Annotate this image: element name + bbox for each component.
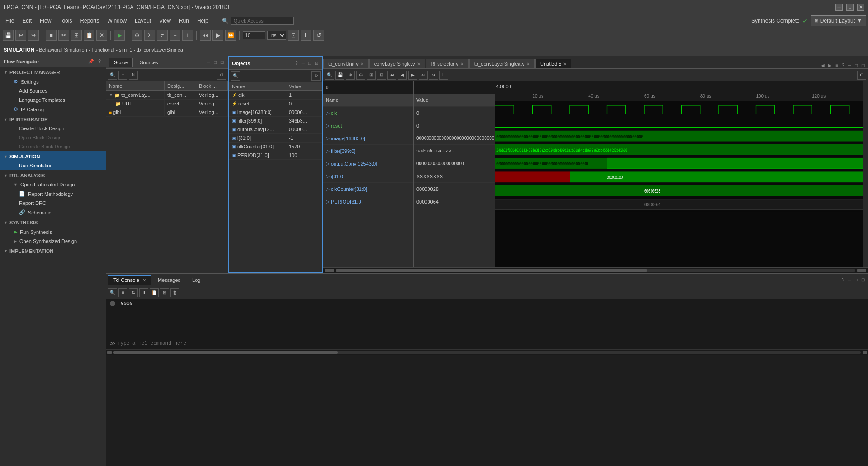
section-simulation-title[interactable]: ▼ SIMULATION [0, 151, 106, 161]
set-time-button[interactable]: ⊡ [288, 30, 299, 41]
stop-button[interactable]: ■ [46, 30, 57, 41]
console-expand-button[interactable]: ⇅ [129, 288, 138, 297]
wave-prev-button[interactable]: ◀ [398, 71, 407, 80]
menu-view[interactable]: View [156, 16, 175, 26]
section-rtl-analysis-title[interactable]: ▼ RTL ANALYSIS [0, 170, 106, 180]
nav-report-drc[interactable]: Report DRC [0, 199, 106, 208]
nav-run-synthesis[interactable]: ▶ Run Synthesis [0, 227, 106, 237]
wave-undo-button[interactable]: ↩ [419, 71, 428, 80]
objects-maximize-icon[interactable]: ⊡ [313, 60, 320, 66]
wave-zoom-out-button[interactable]: ⊖ [356, 71, 365, 80]
tab-tb-convunit[interactable]: tb_convUnit.v ✕ [323, 59, 369, 68]
pause-button[interactable]: ⏸ [301, 30, 311, 41]
console-table-button[interactable]: ⊞ [160, 288, 169, 297]
menu-tools[interactable]: Tools [56, 16, 75, 26]
close-button[interactable]: ✕ [857, 4, 864, 11]
nav-add-sources[interactable]: Add Sources [0, 86, 106, 95]
list-item[interactable]: ⚡ clk 1 [229, 91, 322, 100]
nav-language-templates[interactable]: Language Templates [0, 95, 106, 105]
section-project-manager-title[interactable]: ▼ PROJECT MANAGER [0, 67, 106, 77]
tab-scope[interactable]: Scope [109, 58, 133, 67]
section-synthesis-title[interactable]: ▼ SYNTHESIS [0, 217, 106, 227]
list-item[interactable]: ▣ PERIOD[31:0] 100 [229, 151, 322, 160]
tab-close-icon-4[interactable]: ✕ [563, 62, 566, 67]
menu-edit[interactable]: Edit [19, 16, 35, 26]
undo-button[interactable]: ↩ [15, 30, 26, 41]
wave-scroll-left-icon[interactable]: ◀ [820, 62, 826, 68]
tab-tcl-console[interactable]: Tcl Console ✕ [108, 275, 151, 285]
wave-zoom-sel-button[interactable]: ⊟ [377, 71, 386, 80]
console-scrollbar[interactable] [106, 349, 868, 355]
tcl-input[interactable] [118, 341, 864, 346]
scope-maximize-icon[interactable]: ⊡ [219, 59, 225, 65]
nav-open-synthesized-design[interactable]: ▶ Open Synthesized Design [0, 237, 106, 246]
advance-button[interactable]: ⏩ [225, 30, 236, 41]
delete-button[interactable]: ✕ [96, 30, 107, 41]
wave-marker-button[interactable]: ⊢ [439, 71, 448, 80]
play-button[interactable]: ▶ [212, 30, 223, 41]
menu-file[interactable]: File [2, 16, 18, 26]
console-scroll-right[interactable] [863, 351, 867, 354]
console-float-icon[interactable]: □ [854, 277, 859, 283]
scope-collapse-button[interactable]: ≡ [118, 71, 127, 80]
wave-float-icon[interactable]: □ [854, 62, 859, 68]
cut-button[interactable]: ✂ [58, 30, 69, 41]
minimize-button[interactable]: ─ [835, 4, 843, 11]
redo-button[interactable]: ↪ [28, 30, 39, 41]
scope-minimize-icon[interactable]: ─ [206, 59, 212, 65]
table-row[interactable]: ■ glbl glbl Verilog... [106, 108, 228, 117]
tab-close-icon-2[interactable]: ✕ [460, 62, 464, 67]
menu-run[interactable]: Run [175, 16, 193, 26]
objects-question-icon[interactable]: ? [294, 60, 299, 66]
objects-search-button[interactable]: 🔍 [231, 71, 240, 81]
objects-settings-icon[interactable]: ⚙ [311, 71, 321, 81]
list-item[interactable]: ▣ clkCounter[31:0] 1570 [229, 143, 322, 151]
wave-canvas[interactable]: 4.0000 20 us 40 us 60 us 80 us 100 us 12… [495, 81, 868, 267]
wave-signal-i-name[interactable]: ▷ i[31:0] [323, 170, 413, 183]
menu-reports[interactable]: Reports [76, 16, 103, 26]
wave-next-button[interactable]: ▶ [408, 71, 417, 80]
wave-signal-output-name[interactable]: ▷ outputConv[12543:0] [323, 157, 413, 170]
time-unit-select[interactable]: ns us ps [267, 31, 286, 40]
wave-scroll-thumb[interactable] [336, 269, 647, 272]
console-maximize-icon[interactable]: ⊡ [860, 277, 866, 283]
tab-close-icon-1[interactable]: ✕ [417, 62, 420, 67]
paste-button[interactable]: 📋 [84, 30, 94, 41]
title-controls[interactable]: ─ □ ✕ [835, 4, 864, 11]
wave-button[interactable]: ⊛ [132, 30, 142, 41]
console-scroll-thumb[interactable] [113, 351, 338, 354]
wave-zoom-in-button[interactable]: ⊕ [346, 71, 355, 80]
plus-button[interactable]: + [182, 30, 193, 41]
wave-signal-clk-name[interactable]: ▷ clk [323, 107, 413, 119]
list-item[interactable]: ▣ outputConv[12... 00000... [229, 125, 322, 134]
wave-list-icon[interactable]: ≡ [834, 62, 840, 68]
minus-button[interactable]: − [170, 30, 180, 41]
nav-help-icon[interactable]: ? [97, 58, 102, 64]
wave-signal-period-name[interactable]: ▷ PERIOD[31:0] [323, 195, 413, 208]
row1-expand-icon[interactable]: ▼ [109, 93, 113, 97]
nav-ip-catalog[interactable]: ⚙ IP Catalog [0, 105, 106, 114]
tab-untitled5[interactable]: Untitled 5 ✕ [535, 59, 571, 68]
wave-question-icon[interactable]: ? [840, 62, 846, 68]
scope-expand-button[interactable]: ⇅ [129, 71, 138, 80]
console-search-button[interactable]: 🔍 [108, 288, 117, 297]
console-scroll-left[interactable] [107, 351, 112, 354]
tab-sources[interactable]: Sources [135, 58, 163, 67]
console-minimize-icon[interactable]: ─ [847, 277, 853, 283]
first-button[interactable]: ⏮ [200, 30, 211, 41]
menu-help[interactable]: Help [193, 16, 212, 26]
table-row[interactable]: 📁 UUT convL... Verilog... [106, 100, 228, 108]
wave-fit-button[interactable]: ⊞ [367, 71, 376, 80]
run-button[interactable]: ▶ [114, 30, 125, 41]
quick-access-input[interactable] [231, 17, 294, 25]
wave-signal-filter-name[interactable]: ▷ filter[399:0] [323, 145, 413, 157]
console-question-icon[interactable]: ? [840, 277, 846, 283]
wave-maximize-icon[interactable]: ⊡ [860, 62, 866, 68]
console-copy-button[interactable]: 📋 [150, 288, 159, 297]
maximize-button[interactable]: □ [846, 4, 854, 11]
tab-rfselector[interactable]: RFselector.v ✕ [426, 59, 469, 68]
objects-minimize-icon[interactable]: ─ [300, 60, 306, 66]
wave-scrollbar-bottom[interactable] [323, 267, 868, 273]
tab-log[interactable]: Log [187, 276, 206, 285]
wave-redo-button[interactable]: ↪ [429, 71, 438, 80]
